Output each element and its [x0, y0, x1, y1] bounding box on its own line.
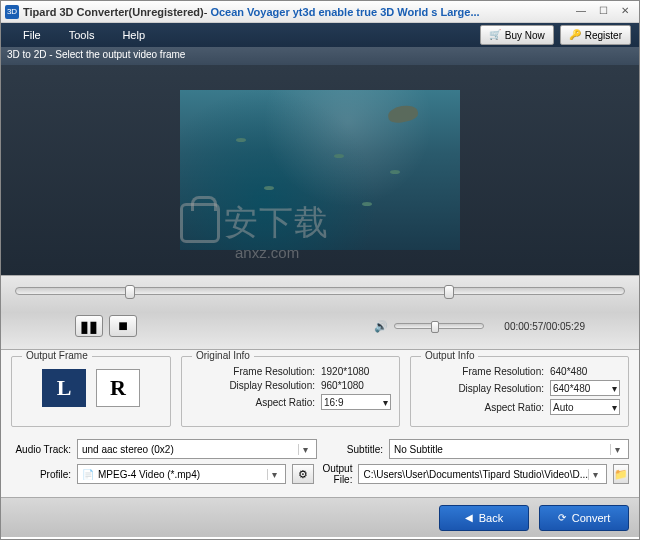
- back-button[interactable]: ◀Back: [439, 505, 529, 531]
- seek-end-marker[interactable]: [444, 285, 454, 299]
- original-info-legend: Original Info: [192, 350, 254, 361]
- output-info-group: Output Info Frame Resolution:640*480 Dis…: [410, 356, 629, 427]
- orig-frame-res-value: 1920*1080: [321, 366, 391, 377]
- output-info-legend: Output Info: [421, 350, 478, 361]
- output-frame-legend: Output Frame: [22, 350, 92, 361]
- titlebar: 3D Tipard 3D Converter(Unregistered) - O…: [1, 1, 639, 23]
- subtitle-select[interactable]: No Subtitle▾: [389, 439, 629, 459]
- buy-now-button[interactable]: 🛒 Buy Now: [480, 25, 554, 45]
- register-button[interactable]: 🔑 Register: [560, 25, 631, 45]
- seek-slider[interactable]: [15, 287, 625, 295]
- key-icon: 🔑: [569, 29, 581, 41]
- time-display: 00:00:57/00:05:29: [504, 321, 585, 332]
- out-aspect-select[interactable]: Auto▾: [550, 399, 620, 415]
- minimize-button[interactable]: —: [571, 5, 591, 19]
- out-frame-res-label: Frame Resolution:: [419, 366, 550, 377]
- browse-folder-button[interactable]: 📁: [613, 464, 629, 484]
- stop-icon: ■: [118, 317, 128, 335]
- chevron-down-icon: ▾: [267, 469, 281, 480]
- menu-file[interactable]: File: [9, 25, 55, 45]
- seek-thumb[interactable]: [125, 285, 135, 299]
- app-icon: 3D: [5, 5, 19, 19]
- instruction-bar: 3D to 2D - Select the output video frame: [1, 47, 639, 65]
- stop-button[interactable]: ■: [109, 315, 137, 337]
- audio-track-select[interactable]: und aac stereo (0x2)▾: [77, 439, 317, 459]
- original-info-group: Original Info Frame Resolution:1920*1080…: [181, 356, 400, 427]
- volume-slider[interactable]: [394, 323, 484, 329]
- profile-select[interactable]: 📄MPEG-4 Video (*.mp4)▾: [77, 464, 286, 484]
- output-frame-group: Output Frame L R: [11, 356, 171, 427]
- convert-button[interactable]: ⟳Convert: [539, 505, 629, 531]
- bottom-bar: ◀Back ⟳Convert: [1, 497, 639, 537]
- file-icon: 📄: [82, 469, 94, 480]
- left-frame-button[interactable]: L: [42, 369, 86, 407]
- form-rows: Audio Track: und aac stereo (0x2)▾ Subti…: [1, 431, 639, 497]
- menu-tools[interactable]: Tools: [55, 25, 109, 45]
- subtitle-label: Subtitle:: [323, 444, 383, 455]
- gear-icon: ⚙: [298, 468, 308, 481]
- right-frame-button[interactable]: R: [96, 369, 140, 407]
- chevron-down-icon: ▾: [383, 397, 388, 408]
- cart-icon: 🛒: [489, 29, 501, 41]
- register-label: Register: [585, 30, 622, 41]
- out-frame-res-value: 640*480: [550, 366, 620, 377]
- buy-now-label: Buy Now: [505, 30, 545, 41]
- volume-icon[interactable]: 🔊: [374, 320, 388, 333]
- file-title: Ocean Voyager yt3d enable true 3D World …: [210, 6, 479, 18]
- control-strip: ▮▮ ■ 🔊 00:00:57/00:05:29: [1, 275, 639, 350]
- profile-settings-button[interactable]: ⚙: [292, 464, 314, 484]
- folder-icon: 📁: [614, 468, 628, 481]
- menubar: File Tools Help 🛒 Buy Now 🔑 Register: [1, 23, 639, 47]
- app-title: Tipard 3D Converter(Unregistered): [23, 6, 204, 18]
- chevron-down-icon: ▾: [588, 469, 602, 480]
- orig-disp-res-value: 960*1080: [321, 380, 391, 391]
- settings-panel: Output Frame L R Original Info Frame Res…: [1, 350, 639, 431]
- close-button[interactable]: ✕: [615, 5, 635, 19]
- orig-frame-res-label: Frame Resolution:: [190, 366, 321, 377]
- refresh-icon: ⟳: [558, 512, 566, 523]
- chevron-down-icon: ▾: [612, 383, 617, 394]
- pause-icon: ▮▮: [80, 317, 98, 336]
- arrow-left-icon: ◀: [465, 512, 473, 523]
- orig-aspect-label: Aspect Ratio:: [190, 397, 321, 408]
- title-separator: -: [204, 6, 208, 18]
- profile-label: Profile:: [11, 469, 71, 480]
- chevron-down-icon: ▾: [612, 402, 617, 413]
- maximize-button[interactable]: ☐: [593, 5, 613, 19]
- video-preview[interactable]: [180, 90, 460, 250]
- chevron-down-icon: ▾: [298, 444, 312, 455]
- menu-help[interactable]: Help: [108, 25, 159, 45]
- preview-area: [1, 65, 639, 275]
- output-file-field[interactable]: C:\Users\User\Documents\Tipard Studio\Vi…: [358, 464, 607, 484]
- out-disp-res-select[interactable]: 640*480▾: [550, 380, 620, 396]
- pause-button[interactable]: ▮▮: [75, 315, 103, 337]
- out-disp-res-label: Display Resolution:: [419, 383, 550, 394]
- orig-disp-res-label: Display Resolution:: [190, 380, 321, 391]
- volume-thumb[interactable]: [431, 321, 439, 333]
- orig-aspect-select[interactable]: 16:9▾: [321, 394, 391, 410]
- chevron-down-icon: ▾: [610, 444, 624, 455]
- out-aspect-label: Aspect Ratio:: [419, 402, 550, 413]
- output-file-label: Output File:: [320, 463, 352, 485]
- audio-track-label: Audio Track:: [11, 444, 71, 455]
